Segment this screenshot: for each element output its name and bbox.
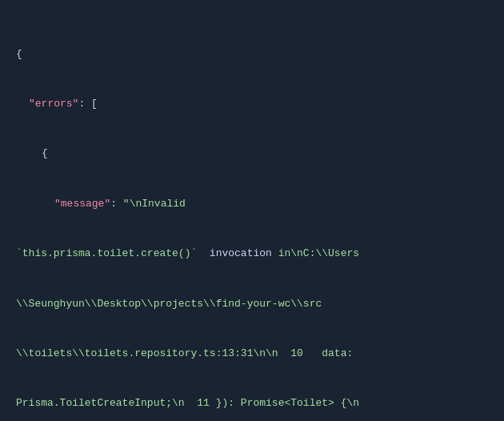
open-brace: { <box>16 48 22 60</box>
message-value-start: "\nInvalid <box>123 198 186 210</box>
errors-key: "errors" <box>29 98 78 110</box>
line-message-cont1: `this.prisma.toilet.create()` invocation… <box>16 246 488 263</box>
colon-1: : <box>78 98 91 110</box>
line-message-cont2: \\Seunghyun\\Desktop\\projects\\find-you… <box>16 296 488 313</box>
open-bracket-1: [ <box>91 98 98 110</box>
line-message-cont4: Prisma.ToiletCreateInput;\n 11 }): Promi… <box>16 395 488 412</box>
message-cont3: \\toilets\\toilets.repository.ts:13:31\n… <box>16 347 353 359</box>
line-message-cont3: \\toilets\\toilets.repository.ts:13:31\n… <box>16 346 488 363</box>
line-open-brace: { <box>16 46 488 63</box>
line-errors-key: "errors": [ <box>16 96 488 113</box>
message-cont1: `this.prisma.toilet.create()` invocation… <box>16 247 359 259</box>
colon-2: : <box>110 198 123 210</box>
line-obj-open: { <box>16 146 488 162</box>
message-cont4: Prisma.ToiletCreateInput;\n 11 }): Promi… <box>16 397 359 409</box>
line-message-key: "message": "\nInvalid <box>16 196 488 213</box>
message-cont2: \\Seunghyun\\Desktop\\projects\\find-you… <box>16 298 322 310</box>
json-viewer: { "errors": [ { "message": "\nInvalid `t… <box>16 13 488 421</box>
obj-open: { <box>42 147 48 159</box>
message-key: "message" <box>54 198 110 210</box>
